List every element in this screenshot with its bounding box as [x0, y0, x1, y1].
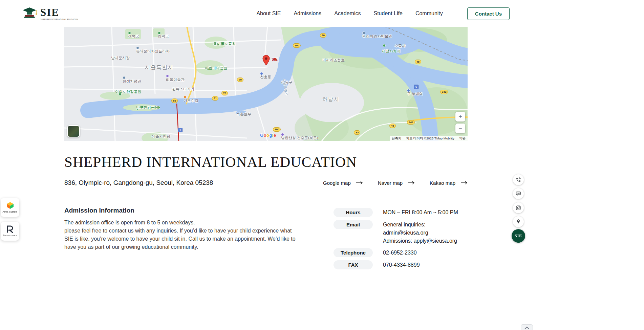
road-number-badge: 45: [389, 124, 396, 128]
arrow-right-icon: [461, 181, 468, 184]
sie-floating-badge[interactable]: SIE: [512, 229, 525, 243]
fax-label: FAX: [334, 260, 373, 269]
main-content: 경복궁창덕궁용마폭포공원덕소자연사박물관수종사세정사계곡남대문시장동대문디자인플…: [64, 26, 468, 272]
map-label: 남대문시장: [111, 56, 130, 61]
graduation-cap-icon: [22, 6, 37, 21]
road-number-badge: 70: [237, 78, 243, 82]
map-label: 미사리조정호: [322, 58, 345, 63]
google-logo-letter: o: [266, 133, 269, 138]
admission-heading: Admission Information: [64, 207, 301, 214]
road-number-badge: 45: [415, 60, 421, 64]
location-pin-icon: [516, 219, 521, 224]
admission-contact-table: Hours MON – FRI 8:00 Am ~ 5:00 PM Email …: [334, 208, 468, 272]
map-type-toggle[interactable]: [67, 125, 80, 137]
phone-contact-button[interactable]: [513, 174, 524, 185]
instagram-button[interactable]: [513, 202, 524, 213]
road-number-badge: 61: [212, 96, 218, 101]
location-button[interactable]: [513, 216, 524, 227]
arrow-right-icon: [356, 181, 363, 184]
svg-text:TALK: TALK: [517, 193, 520, 194]
road-number-badge: 88: [171, 98, 178, 103]
alma-system-widget[interactable]: Alma System: [1, 198, 19, 217]
naver-map-link[interactable]: Naver map: [378, 180, 415, 186]
info-row-hours: Hours MON – FRI 8:00 Am ~ 5:00 PM: [334, 208, 468, 217]
google-map[interactable]: 경복궁창덕궁용마폭포공원덕소자연사박물관수종사세정사계곡남대문시장동대문디자인플…: [64, 26, 468, 141]
road-number-badge: 6: [414, 85, 418, 89]
nav-community[interactable]: Community: [415, 10, 443, 17]
address-row: 836, Olympic-ro, Gangdong-gu, Seoul, Kor…: [64, 179, 468, 186]
map-pin-label: SIE: [272, 57, 278, 61]
map-label: 하남시: [322, 96, 340, 103]
logo-subtitle: SHEPHERD INTERNATIONAL EDUCATION: [40, 19, 78, 20]
map-label: 경복궁: [128, 34, 139, 39]
map-label: 수종사: [394, 43, 406, 48]
telephone-value: 02-6952-2330: [383, 250, 417, 256]
nav-admissions[interactable]: Admissions: [294, 10, 321, 17]
logo-title: SIE: [40, 7, 78, 18]
chevron-up-icon: [524, 326, 529, 329]
road-number-badge: 100: [293, 43, 301, 48]
hours-value: MON – FRI 8:00 Am ~ 5:00 PM: [383, 210, 458, 215]
road-number-badge: 100: [273, 127, 281, 132]
nav-about-sie[interactable]: About SIE: [256, 10, 281, 17]
admission-body: The admission office is open from 8 to 5…: [64, 219, 298, 251]
map-zoom-controls: + −: [455, 112, 465, 133]
info-row-fax: FAX 070-4334-8899: [334, 260, 468, 269]
email-admissions-value: Admissions: apply@sieusa.org: [383, 237, 468, 245]
renaissance-widget[interactable]: Renaissance: [1, 222, 19, 241]
kakaotalk-contact-button[interactable]: TALK: [513, 188, 524, 199]
google-map-link[interactable]: Google map: [323, 180, 363, 186]
alma-cube-icon: [6, 202, 14, 209]
road-number-badge: 60: [320, 33, 326, 38]
map-label: 구 능내역: [407, 91, 423, 96]
kakaotalk-chat-icon: TALK: [516, 191, 521, 196]
google-logo-letter: o: [264, 133, 266, 138]
map-label: 어린이대공원: [205, 66, 227, 71]
map-shortcuts-link[interactable]: 단축키: [392, 136, 402, 141]
site-logo[interactable]: SIE SHEPHERD INTERNATIONAL EDUCATION: [22, 6, 78, 21]
zoom-out-button[interactable]: −: [455, 124, 465, 133]
admission-section: Admission Information The admission offi…: [64, 207, 468, 272]
map-label: 예술의전당: [152, 134, 170, 139]
phone-icon: [516, 177, 521, 182]
map-overlays: 경복궁창덕궁용마폭포공원덕소자연사박물관수종사세정사계곡남대문시장동대문디자인플…: [64, 26, 468, 141]
map-label: 한류스타거리: [172, 87, 194, 92]
admission-text: Admission Information The admission offi…: [64, 207, 301, 251]
map-label: 리움미술관: [166, 77, 185, 82]
road-number-badge: 70: [221, 91, 228, 95]
google-map-link-label: Google map: [323, 180, 351, 186]
map-pin-sie[interactable]: [262, 55, 270, 66]
map-label: 전쟁기념관: [123, 79, 141, 84]
info-row-telephone: Telephone 02-6952-2330: [334, 248, 468, 257]
nav-academics[interactable]: Academics: [334, 10, 361, 17]
map-terms-link[interactable]: 약관: [459, 136, 466, 141]
map-label: 반포한강공원: [136, 105, 158, 110]
kakao-map-link-label: Kakao map: [430, 180, 455, 186]
map-links: Google map Naver map Kakao map: [323, 180, 468, 186]
renaissance-r-icon: [6, 225, 14, 233]
kakao-map-link[interactable]: Kakao map: [430, 180, 468, 186]
main-nav: About SIE Admissions Academics Student L…: [256, 7, 510, 20]
email-general-value: General inquiries: admin@sieusa.org: [383, 221, 468, 237]
zoom-in-button[interactable]: +: [455, 112, 465, 122]
fax-value: 070-4334-8899: [383, 262, 420, 268]
arrow-right-icon: [408, 181, 415, 184]
map-label: 용마폭포공원: [213, 41, 236, 46]
nav-student-life[interactable]: Student Life: [374, 10, 403, 17]
scroll-to-top-button[interactable]: [521, 324, 533, 330]
google-logo[interactable]: Google: [260, 133, 276, 138]
page-title: SHEPHERD INTERNATIONAL EDUCATION: [64, 154, 468, 170]
google-logo-letter: G: [260, 133, 264, 138]
road-number-badge: 35: [354, 130, 360, 135]
email-label: Email: [334, 220, 373, 229]
contact-us-button[interactable]: Contact Us: [467, 7, 510, 20]
instagram-icon: [516, 205, 521, 211]
map-label: 가로수길: [184, 98, 198, 103]
google-logo-letter: e: [274, 133, 276, 138]
map-label: 세정사계곡: [382, 49, 401, 54]
section-divider: [64, 195, 468, 195]
street-address: 836, Olympic-ro, Gangdong-gu, Seoul, Kor…: [64, 179, 213, 186]
road-number-badge: 342: [440, 90, 448, 94]
road-number-badge: 342: [407, 120, 415, 125]
map-poi-dot: [383, 44, 386, 47]
